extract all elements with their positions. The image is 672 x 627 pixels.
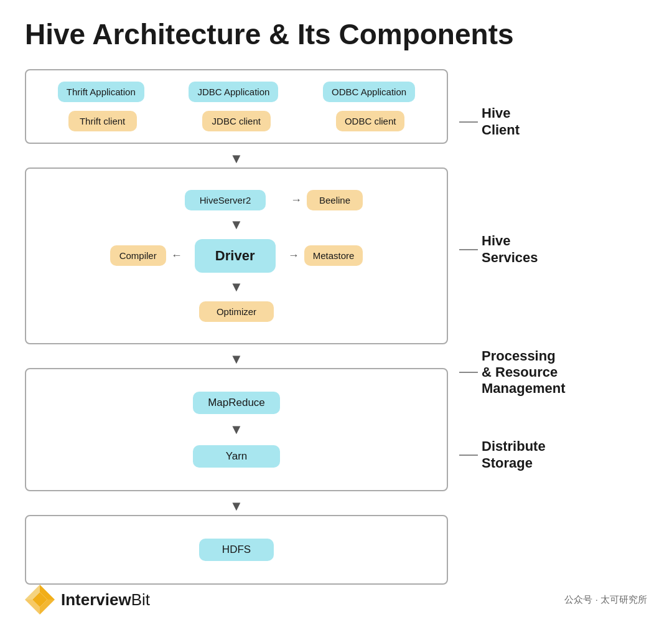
hive-client-label: HiveClient (482, 105, 520, 138)
services-label-spacer: HiveServices (459, 181, 565, 318)
footer: InterviewBit 公众号 · 太可研究所 (25, 585, 647, 615)
arrow-mapreduce-yarn: ▼ (230, 423, 243, 436)
processing-section: MapReduce ▼ Yarn (25, 368, 448, 491)
optimizer-row: Optimizer (39, 301, 434, 322)
storage-inner: HDFS (39, 527, 434, 572)
thrift-app-box: Thrift Application (58, 82, 144, 102)
arrow-processing-to-storage: ▼ (25, 497, 448, 515)
storage-label: DistributeStorage (482, 438, 546, 471)
yarn-box: Yarn (193, 445, 280, 468)
client-dash (459, 121, 478, 123)
hive-services-section: HiveServer2 → Beeline ▼ Compiler ← (25, 167, 448, 344)
arrow-driver-metastore: → (288, 249, 299, 262)
clients-row: Thrift client JDBC client ODBC client (39, 111, 434, 131)
storage-section: HDFS (25, 515, 448, 585)
page-title: Hive Architecture & Its Components (25, 19, 647, 50)
hive-client-section: Thrift Application JDBC Application ODBC… (25, 69, 448, 144)
jdbc-client-box: JDBC client (202, 111, 271, 131)
hive-services-label: HiveServices (482, 233, 538, 266)
services-dash (459, 249, 478, 250)
diagram-boxes: Thrift Application JDBC Application ODBC… (25, 69, 448, 591)
diagram-area: Thrift Application JDBC Application ODBC… (25, 69, 647, 591)
arrow-compiler-driver: ← (171, 249, 182, 262)
beeline-box: Beeline (307, 190, 363, 210)
client-label-spacer: HiveClient (459, 69, 565, 175)
hiveserver2-box: HiveServer2 (185, 190, 266, 210)
hdfs-box: HDFS (199, 539, 274, 561)
odbc-client-box: ODBC client (336, 111, 405, 131)
storage-label-spacer: DistributeStorage (459, 427, 565, 483)
storage-dash (459, 455, 478, 456)
arrow-driver-to-optimizer: ▼ (230, 280, 243, 294)
driver-row: Compiler ← Driver → Metastore (39, 239, 434, 273)
hiveserver-row: HiveServer2 → Beeline (39, 190, 434, 210)
client-section: Thrift Application JDBC Application ODBC… (39, 82, 434, 131)
arrow-hs2-to-driver: ▼ (230, 218, 243, 232)
processing-inner: MapReduce ▼ Yarn (39, 380, 434, 479)
logo-bit-text: Bit (131, 590, 150, 609)
processing-dash (459, 372, 478, 373)
thrift-client-box: Thrift client (68, 111, 137, 131)
apps-row: Thrift Application JDBC Application ODBC… (39, 82, 434, 102)
logo-text: InterviewBit (61, 590, 150, 610)
optimizer-box: Optimizer (199, 301, 274, 322)
services-inner: HiveServer2 → Beeline ▼ Compiler ← (39, 180, 434, 332)
page-container: Hive Architecture & Its Components Thrif… (0, 0, 672, 627)
jdbc-app-box: JDBC Application (189, 82, 278, 102)
compiler-box: Compiler (110, 245, 166, 266)
mapreduce-box: MapReduce (193, 392, 280, 414)
watermark-text: 公众号 · 太可研究所 (564, 594, 647, 606)
processing-label: Processing& ResourceManagement (482, 348, 565, 397)
labels-column: HiveClient HiveServices Processing& Reso… (448, 69, 565, 483)
arrow-to-beeline: → (291, 194, 302, 207)
arrow-services-to-processing: ▼ (25, 351, 448, 368)
odbc-app-box: ODBC Application (323, 82, 415, 102)
driver-box: Driver (195, 239, 276, 273)
processing-label-spacer: Processing& ResourceManagement (459, 324, 565, 421)
interviewbit-logo-icon (25, 585, 55, 615)
logo-area: InterviewBit (25, 585, 150, 615)
metastore-box: Metastore (304, 245, 363, 266)
arrow-client-to-services: ▼ (25, 150, 448, 167)
